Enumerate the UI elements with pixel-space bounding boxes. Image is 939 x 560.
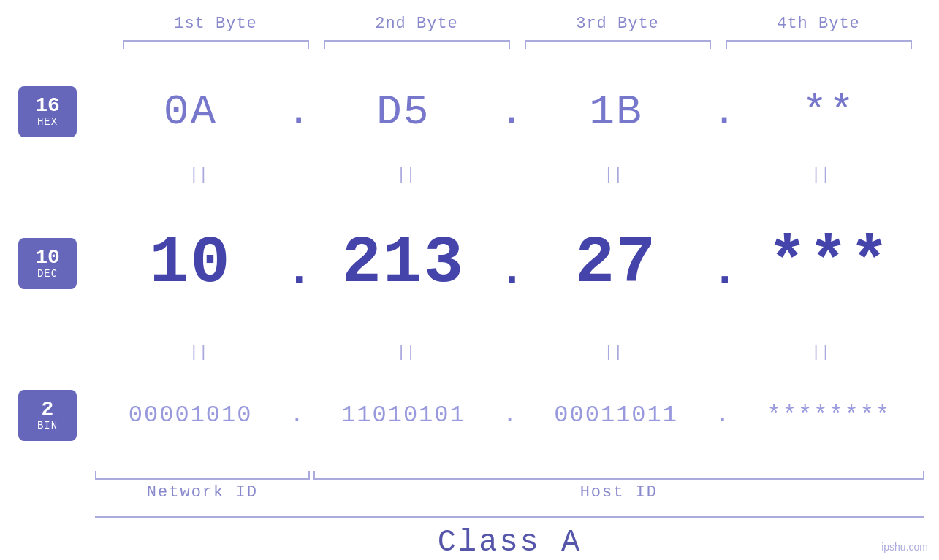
bottom-bracket-network [95,471,310,480]
hex-b1: 0A [95,88,286,136]
byte-headers: 1st Byte 2nd Byte 3rd Byte 4th Byte [115,15,919,33]
class-divider [95,516,924,518]
bottom-bracket-host [313,471,924,480]
dec-dot2: . [499,246,521,296]
bottom-section: Network ID Host ID [0,471,939,516]
top-brackets [115,40,919,49]
bracket-byte2 [324,40,510,49]
host-id-label: Host ID [313,483,924,502]
hex-dot3: . [712,88,734,136]
dec-b1: 10 [95,226,286,301]
bottom-brackets [95,471,924,480]
bin-b4: ******** [734,402,924,429]
byte4-header: 4th Byte [718,15,919,33]
bin-dot2: . [499,402,521,429]
id-labels: Network ID Host ID [95,483,924,502]
watermark: ipshu.com [881,541,928,553]
hex-row: 0A . D5 . 1B . ** [95,88,939,136]
equals-row-1: || || || || [95,166,939,184]
class-label: Class A [95,525,924,560]
hex-badge: 16 HEX [18,86,77,137]
dec-b2: 213 [308,226,498,301]
bin-b2: 11010101 [308,402,498,429]
hex-b4: ** [734,88,924,136]
dec-badge: 10 DEC [18,238,77,289]
dec-dot3: . [712,246,734,296]
bin-b1: 00001010 [95,402,286,429]
byte2-header: 2nd Byte [316,15,517,33]
main-container: 1st Byte 2nd Byte 3rd Byte 4th Byte 16 H… [0,0,939,560]
bracket-byte4 [726,40,912,49]
bin-badge: 2 BIN [18,390,77,441]
network-id-label: Network ID [95,483,310,502]
bin-row: 00001010 . 11010101 . 00011011 . *******… [95,402,939,429]
bin-dot3: . [712,402,734,429]
hex-dot2: . [499,88,521,136]
hex-b2: D5 [308,88,498,136]
byte1-header: 1st Byte [115,15,316,33]
bracket-byte1 [123,40,309,49]
equals-row-2: || || || || [95,343,939,361]
dec-b4: *** [734,226,924,301]
bin-dot1: . [286,402,308,429]
dec-dot1: . [286,246,308,296]
bin-b3: 00011011 [521,402,712,429]
hex-dot1: . [286,88,308,136]
byte3-header: 3rd Byte [517,15,718,33]
dec-b3: 27 [521,226,712,301]
dec-row: 10 . 213 . 27 . *** [95,226,939,301]
bracket-byte3 [525,40,711,49]
class-section: Class A [0,516,939,560]
hex-b3: 1B [521,88,712,136]
